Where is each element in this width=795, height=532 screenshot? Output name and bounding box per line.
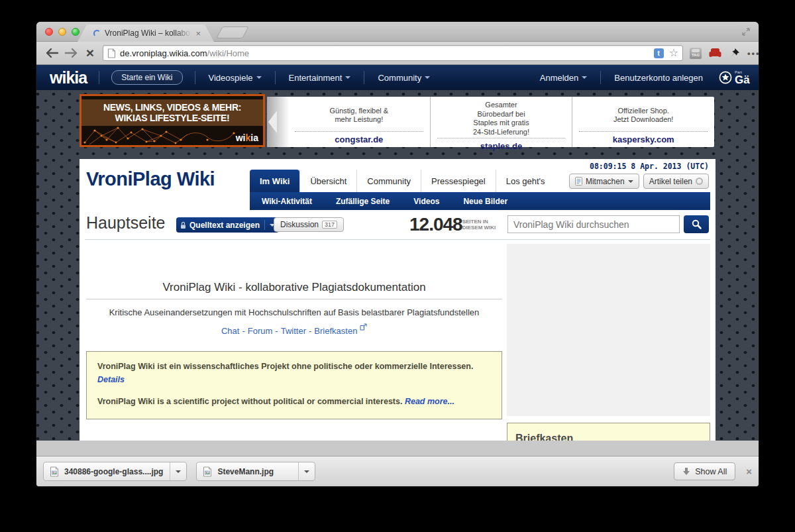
rail-ad-placeholder bbox=[507, 244, 710, 416]
notice-de: VroniPlag Wiki ist ein wissenschaftliche… bbox=[97, 362, 473, 371]
wiki-subnav: Wiki-Aktivität Zufällige Seite Videos Ne… bbox=[250, 192, 710, 210]
tab-uebersicht[interactable]: Übersicht bbox=[299, 170, 356, 192]
lifestyle-banner-ad[interactable]: NEWS, LINKS, VIDEOS & MEHR: WIKIAS LIFES… bbox=[80, 94, 265, 147]
page-icon bbox=[107, 48, 116, 58]
image-file-icon bbox=[50, 466, 59, 477]
read-more-link[interactable]: Read more... bbox=[405, 397, 454, 406]
partner-logo[interactable]: Part Gä bbox=[719, 70, 759, 85]
search-button[interactable] bbox=[684, 215, 709, 233]
fullscreen-icon[interactable] bbox=[741, 27, 751, 36]
contribute-button[interactable]: Mitmachen bbox=[569, 174, 639, 189]
star-circle-icon bbox=[719, 71, 732, 84]
back-button[interactable] bbox=[43, 48, 62, 58]
news-heading[interactable]: Eine kritische Auseinandersetzung mit de… bbox=[86, 439, 502, 441]
ad-card-staples[interactable]: Gesamter Bürobedarf bei Staples mit grat… bbox=[430, 97, 572, 147]
share-spinner-icon bbox=[696, 178, 703, 185]
show-all-downloads-button[interactable]: Show All bbox=[674, 462, 735, 480]
details-link[interactable]: Details bbox=[97, 375, 125, 384]
lifestyle-ad-line2: WIKIAS LIFESTYLE-SEITE! bbox=[81, 113, 263, 123]
tab-loading-spinner-icon bbox=[93, 30, 101, 37]
wiki-search-input[interactable] bbox=[513, 219, 674, 230]
wiki-search-box bbox=[507, 215, 680, 233]
close-download-bar-icon[interactable]: × bbox=[746, 466, 752, 477]
gnav-item-videospiele[interactable]: Videospiele bbox=[207, 73, 263, 83]
view-source-button[interactable]: Quelltext anzeigen bbox=[176, 217, 279, 233]
address-bar[interactable]: de.vroniplag.wikia.com/wiki/Home t ☆ bbox=[103, 45, 683, 61]
tumblr-icon[interactable]: t bbox=[654, 48, 664, 58]
more-actions-icon[interactable]: ••• bbox=[747, 48, 759, 58]
download-arrow-icon bbox=[682, 467, 690, 476]
new-tab-button[interactable] bbox=[216, 27, 249, 38]
chevron-down-icon bbox=[345, 76, 350, 79]
ad-row: NEWS, LINKS, VIDEOS & MEHR: WIKIAS LIFES… bbox=[36, 90, 759, 154]
chevron-down-icon bbox=[425, 76, 430, 79]
ad-domain[interactable]: congstar.de bbox=[293, 132, 425, 144]
tab-title: VroniPlag Wiki – kollaborat bbox=[105, 28, 191, 38]
tab-los-gehts[interactable]: Los geht's bbox=[496, 170, 555, 192]
share-article-button[interactable]: Artikel teilen bbox=[643, 174, 709, 189]
ad-card-kaspersky[interactable]: Offizieller Shop. Jetzt Downloaden! kasp… bbox=[572, 97, 714, 147]
article-body: VroniPlag Wiki - kollaborative Plagiatsd… bbox=[86, 240, 502, 441]
browser-tab[interactable]: VroniPlag Wiki – kollaborat × bbox=[78, 25, 214, 42]
briefkasten-title: Briefkasten bbox=[515, 433, 702, 441]
tab-close-icon[interactable]: × bbox=[195, 29, 201, 38]
wiki-page-background: 08:09:15 8 Apr. 2013 (UTC) VroniPlag Wik… bbox=[36, 154, 759, 441]
download-menu-arrow[interactable] bbox=[170, 462, 186, 480]
traffic-lights bbox=[45, 28, 80, 36]
chevron-down-icon bbox=[582, 76, 587, 79]
project-notice-box: VroniPlag Wiki ist ein wissenschaftliche… bbox=[86, 351, 502, 419]
ad-card-congstar[interactable]: Günstig, flexibel & mehr Leistung! congs… bbox=[267, 97, 430, 147]
wiki-site-title[interactable]: VroniPlag Wiki bbox=[86, 168, 215, 190]
wikia-logo[interactable]: wikia bbox=[50, 68, 87, 87]
ad-domain[interactable]: kaspersky.com bbox=[578, 132, 709, 144]
gnav-item-entertainment[interactable]: Entertainment bbox=[288, 73, 352, 83]
notice-en: VroniPlag Wiki is a scientific project w… bbox=[97, 397, 402, 406]
tag-extension-icon[interactable]: TAG bbox=[690, 48, 702, 59]
tab-community[interactable]: Community bbox=[356, 170, 421, 192]
url-path: /wiki/Home bbox=[207, 48, 250, 58]
download-bar: 340886-google-glass....jpg SteveMann.jpg… bbox=[36, 456, 759, 486]
subnav-videos[interactable]: Videos bbox=[413, 197, 439, 206]
wiki-content-card: 08:09:15 8 Apr. 2013 (UTC) VroniPlag Wik… bbox=[80, 159, 716, 441]
titlebar: VroniPlag Wiki – kollaborat × bbox=[36, 22, 759, 42]
download-item-stevemann[interactable]: SteveMann.jpg bbox=[196, 462, 315, 481]
register-link[interactable]: Benutzerkonto anlegen bbox=[613, 73, 704, 83]
ad-domain[interactable]: staples.de bbox=[436, 138, 567, 151]
stop-loading-button[interactable]: × bbox=[80, 45, 100, 61]
browser-toolbar: × de.vroniplag.wikia.com/wiki/Home t ☆ T… bbox=[36, 42, 759, 65]
briefkasten-link[interactable]: Briefkasten bbox=[314, 326, 357, 336]
forward-button[interactable] bbox=[62, 48, 80, 58]
page-title: Hauptseite bbox=[86, 213, 166, 233]
subnav-wiki-aktivitaet[interactable]: Wiki-Aktivität bbox=[262, 197, 312, 206]
gnav-item-community[interactable]: Community bbox=[376, 73, 431, 83]
start-wiki-button[interactable]: Starte ein Wiki bbox=[111, 70, 182, 85]
forum-link[interactable]: Forum bbox=[248, 326, 273, 336]
chevron-down-icon bbox=[256, 76, 262, 79]
subnav-neue-bilder[interactable]: Neue Bilder bbox=[463, 197, 507, 206]
subnav-zufaellige-seite[interactable]: Zufällige Seite bbox=[336, 197, 390, 206]
tab-pressespiegel[interactable]: Pressespiegel bbox=[421, 170, 496, 192]
article-links: Chat-Forum-Twitter-Briefkasten bbox=[86, 323, 502, 336]
sign-in-button[interactable]: Anmelden bbox=[539, 73, 589, 83]
download-item-google-glass[interactable]: 340886-google-glass....jpg bbox=[43, 462, 187, 481]
chat-link[interactable]: Chat bbox=[221, 326, 239, 336]
tab-im-wiki[interactable]: Im Wiki bbox=[250, 170, 299, 192]
pushpin-extension-icon[interactable] bbox=[729, 48, 740, 59]
armchair-extension-icon[interactable] bbox=[709, 48, 721, 58]
image-file-icon bbox=[203, 466, 212, 477]
bookmark-star-icon[interactable]: ☆ bbox=[669, 48, 678, 58]
ad-carousel: Günstig, flexibel & mehr Leistung! congs… bbox=[267, 97, 714, 147]
briefkasten-module: Briefkasten bbox=[507, 423, 710, 441]
zoom-window-button[interactable] bbox=[72, 28, 80, 36]
close-window-button[interactable] bbox=[45, 28, 53, 36]
download-menu-arrow[interactable] bbox=[298, 462, 315, 480]
discussion-button[interactable]: Diskussion 317 bbox=[274, 217, 344, 232]
page-viewport: wikia Starte ein Wiki Videospiele Entert… bbox=[36, 65, 759, 441]
lifestyle-ad-line1: NEWS, LINKS, VIDEOS & MEHR: bbox=[81, 102, 263, 113]
utc-clock: 08:09:15 8 Apr. 2013 (UTC) bbox=[590, 162, 709, 171]
twitter-link[interactable]: Twitter bbox=[281, 326, 306, 336]
minimize-window-button[interactable] bbox=[58, 28, 66, 36]
wikia-brand-mark: wikia bbox=[236, 133, 258, 143]
carousel-prev-arrow-icon[interactable] bbox=[268, 111, 277, 133]
page-header: Hauptseite Quelltext anzeigen Diskussion… bbox=[85, 210, 710, 240]
